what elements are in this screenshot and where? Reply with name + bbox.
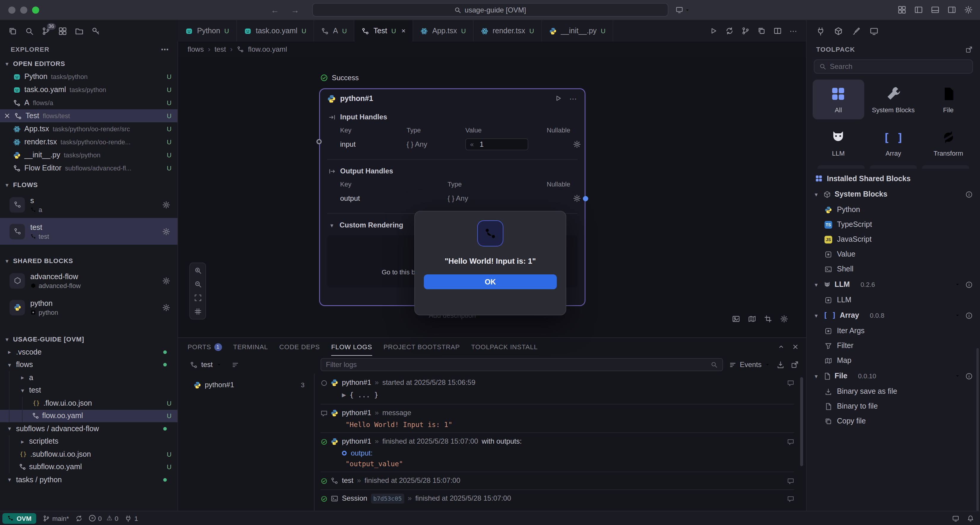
open-logs-icon[interactable] bbox=[791, 361, 799, 369]
preview-icon[interactable] bbox=[870, 26, 878, 35]
open-toolpack-icon[interactable] bbox=[965, 45, 973, 53]
section-system-blocks[interactable]: ▾ System Blocks bbox=[807, 186, 980, 202]
shared-blocks-header[interactable]: ▾SHARED BLOCKS bbox=[0, 254, 178, 267]
search-icon[interactable] bbox=[25, 26, 34, 35]
block-item-copy-file[interactable]: Copy file bbox=[807, 414, 980, 429]
ovm-badge[interactable]: OVM bbox=[2, 513, 36, 523]
category-transform[interactable]: Transform bbox=[923, 123, 974, 163]
section-llm[interactable]: ▾ LLM 0.2.6 bbox=[807, 276, 980, 292]
back-icon[interactable]: ← bbox=[270, 5, 279, 14]
tab-test[interactable]: TestU × bbox=[355, 20, 414, 41]
expand-arrow-icon[interactable]: ▶ bbox=[342, 390, 346, 400]
block-item-map[interactable]: Map bbox=[807, 353, 980, 368]
tree-folder[interactable]: ▾flows bbox=[0, 358, 178, 371]
open-editor-item[interactable]: App.tsxtasks/python/oo-render/src U bbox=[0, 122, 178, 136]
block-item-shell[interactable]: Shell bbox=[807, 262, 980, 276]
open-editor-item[interactable]: render.tsxtasks/python/oo-rende... U bbox=[0, 136, 178, 148]
log-row[interactable]: python#1»message bbox=[321, 407, 794, 419]
info-icon[interactable] bbox=[965, 311, 973, 319]
tab-a[interactable]: AU bbox=[314, 20, 355, 41]
toolpack-scrollbar[interactable] bbox=[977, 348, 979, 511]
screencast-icon[interactable] bbox=[952, 515, 959, 522]
source-control-icon[interactable]: 36 bbox=[41, 26, 51, 35]
tree-folder[interactable]: ▾tasks / python bbox=[0, 473, 178, 486]
info-icon[interactable] bbox=[965, 281, 973, 288]
tree-file[interactable]: subflow.oo.yamlU bbox=[0, 461, 178, 473]
tab-toolpack-install[interactable]: TOOLPACK INSTALL bbox=[471, 338, 538, 356]
open-editor-item-active[interactable]: Testflows/test U bbox=[0, 109, 178, 122]
sync-status[interactable] bbox=[75, 515, 83, 522]
zoom-in-icon[interactable] bbox=[192, 265, 204, 276]
chevron-down-icon[interactable] bbox=[955, 313, 961, 318]
more-actions-icon[interactable]: ⋯ bbox=[789, 26, 798, 35]
category-file[interactable]: File bbox=[923, 80, 974, 120]
input-port[interactable] bbox=[317, 139, 322, 144]
comment-icon[interactable] bbox=[787, 477, 794, 484]
zoom-out-icon[interactable] bbox=[192, 279, 204, 290]
tab-render-tsx[interactable]: render.tsxU bbox=[474, 20, 542, 41]
comment-icon[interactable] bbox=[787, 495, 794, 502]
folder-icon[interactable] bbox=[75, 26, 84, 35]
info-icon[interactable] bbox=[965, 190, 973, 198]
category-all[interactable]: All bbox=[813, 80, 864, 120]
git-compare-icon[interactable] bbox=[741, 27, 750, 35]
run-icon[interactable] bbox=[710, 27, 718, 35]
tab-code-deps[interactable]: CODE DEPS bbox=[279, 338, 320, 356]
block-item-binary-to-file[interactable]: Binary to file bbox=[807, 399, 980, 414]
fit-view-icon[interactable] bbox=[192, 292, 204, 303]
tree-folder[interactable]: ▾subflows / advanced-flow bbox=[0, 422, 178, 435]
git-branch-status[interactable]: main* bbox=[43, 515, 69, 522]
tree-file-selected[interactable]: flow.oo.yamlU bbox=[0, 410, 178, 422]
keys-icon[interactable] bbox=[91, 26, 100, 35]
category-llm[interactable]: LLM bbox=[813, 123, 864, 163]
customize-layout-icon[interactable] bbox=[897, 5, 907, 14]
info-icon[interactable] bbox=[965, 372, 973, 380]
node-more-icon[interactable]: ⋯ bbox=[569, 94, 578, 103]
tab-app-tsx[interactable]: App.tsxU bbox=[413, 20, 473, 41]
block-item-llm[interactable]: LLM bbox=[807, 292, 980, 307]
tab-terminal[interactable]: TERMINAL bbox=[233, 338, 268, 356]
comment-icon[interactable] bbox=[787, 379, 794, 386]
minimize-button[interactable] bbox=[20, 6, 27, 13]
tab-init-py[interactable]: __init__.pyU bbox=[542, 20, 613, 41]
problems-status[interactable]: × 0 ⚠ 0 bbox=[89, 514, 118, 522]
grid-icon[interactable] bbox=[192, 306, 204, 317]
section-array[interactable]: ▾ [ ] Array 0.0.8 bbox=[807, 307, 980, 323]
close-icon[interactable] bbox=[3, 112, 11, 120]
block-item-value[interactable]: Value bbox=[807, 247, 980, 262]
notifications-bell-icon[interactable] bbox=[967, 515, 974, 522]
run-node-icon[interactable] bbox=[554, 94, 562, 102]
log-expand-row[interactable]: ▶ { ... } bbox=[321, 389, 794, 402]
log-scrollbar[interactable] bbox=[800, 377, 803, 466]
extensions-icon[interactable] bbox=[58, 26, 67, 35]
ports-status[interactable]: 1 bbox=[125, 515, 138, 522]
forward-icon[interactable]: → bbox=[291, 5, 299, 14]
tree-folder[interactable]: ▸scriptlets bbox=[0, 435, 178, 448]
project-header[interactable]: ▾USAGE-GUIDE [OVM] bbox=[0, 333, 178, 346]
gear-icon[interactable] bbox=[162, 303, 170, 311]
flow-selector[interactable]: test bbox=[178, 361, 315, 369]
open-editor-item[interactable]: __init__.pytasks/python U bbox=[0, 148, 178, 161]
gear-icon[interactable] bbox=[162, 276, 170, 285]
zoom-button[interactable] bbox=[32, 6, 39, 13]
events-filter-dropdown[interactable]: Events bbox=[729, 361, 770, 369]
log-row[interactable]: python#1»started at 2025/5/28 15:06:59 bbox=[321, 377, 794, 389]
gear-icon[interactable] bbox=[573, 140, 581, 148]
flows-header[interactable]: ▾FLOWS bbox=[0, 178, 178, 191]
tab-python[interactable]: PythonU bbox=[178, 20, 237, 41]
log-node-item[interactable]: python#1 3 bbox=[178, 378, 314, 391]
explorer-more-icon[interactable]: ⋯ bbox=[161, 45, 169, 54]
section-file[interactable]: ▾ File 0.0.10 bbox=[807, 368, 980, 384]
close-button[interactable] bbox=[8, 6, 16, 13]
ok-button[interactable]: OK bbox=[424, 274, 557, 289]
toggle-sidebar-icon[interactable] bbox=[914, 5, 923, 14]
chevron-down-icon[interactable] bbox=[955, 281, 961, 287]
block-item-filter[interactable]: Filter bbox=[807, 338, 980, 353]
tree-file[interactable]: {} .subflow.ui.oo.jsonU bbox=[0, 448, 178, 461]
tree-folder[interactable]: ▸a bbox=[0, 371, 178, 384]
gear-icon[interactable] bbox=[162, 227, 170, 236]
toggle-panel-icon[interactable] bbox=[931, 5, 940, 14]
block-item-binary-save[interactable]: Binary save as file bbox=[807, 384, 980, 399]
category-system-blocks[interactable]: System Blocks bbox=[867, 80, 919, 120]
gear-icon[interactable] bbox=[162, 200, 170, 209]
